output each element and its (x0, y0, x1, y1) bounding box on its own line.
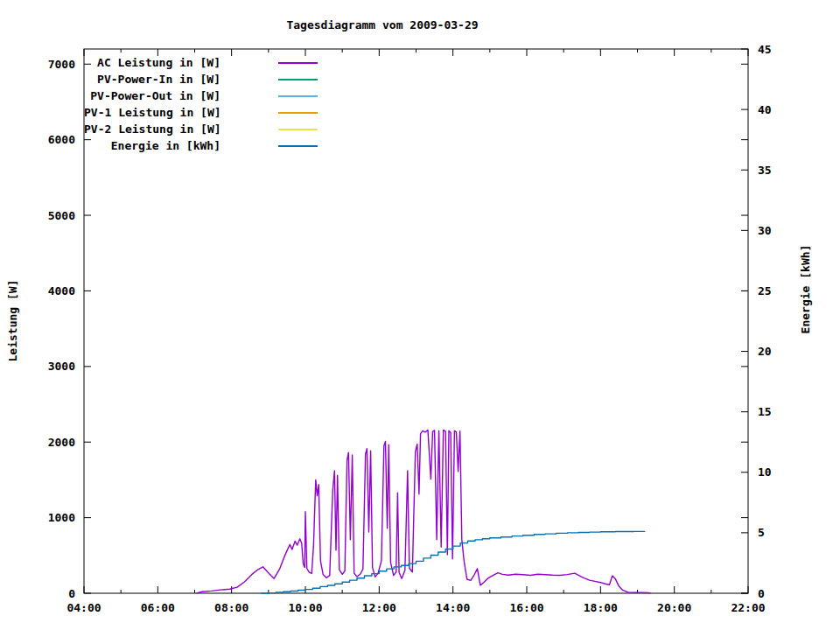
legend-item-pv-1-leistung-in-w: PV-1 Leistung in [W] (84, 104, 318, 121)
y2-tick-label: 35 (758, 164, 772, 177)
tagesdiagramm-chart: Tagesdiagramm vom 2009-03-29 Leistung [W… (0, 0, 840, 630)
legend-item-pv-power-out-in-w: PV-Power-Out in [W] (84, 88, 318, 104)
legend-label: AC Leistung in [W] (84, 54, 220, 71)
x-tick-label: 20:00 (657, 601, 691, 614)
y1-tick-label: 0 (68, 587, 75, 600)
x-tick-label: 18:00 (584, 601, 618, 614)
series-line-ac-leistung-in-w (197, 430, 651, 593)
y2-tick-label: 45 (758, 43, 772, 56)
y2-tick-label: 20 (758, 345, 772, 358)
x-tick-label: 16:00 (509, 601, 543, 614)
y1-tick-label: 4000 (48, 284, 75, 298)
legend-line-sample (278, 129, 318, 130)
x-tick-label: 06:00 (141, 601, 175, 614)
y1-tick-label: 6000 (48, 133, 75, 146)
y1-tick-label: 5000 (48, 209, 75, 222)
y1-tick-label: 3000 (48, 360, 75, 373)
y2-tick-label: 30 (758, 224, 772, 237)
x-tick-label: 12:00 (362, 601, 396, 614)
legend-item-pv-2-leistung-in-w: PV-2 Leistung in [W] (84, 121, 318, 137)
legend-label: Energie in [kWh] (84, 137, 220, 154)
y1-tick-label: 7000 (48, 58, 75, 71)
y2-tick-label: 10 (758, 466, 772, 479)
legend-label: PV-Power-In in [W] (84, 71, 220, 88)
legend-label: PV-Power-Out in [W] (84, 88, 220, 104)
x-tick-label: 14:00 (436, 601, 470, 614)
legend-line-sample (278, 95, 318, 97)
y2-tick-label: 15 (758, 405, 772, 418)
x-tick-label: 08:00 (214, 601, 248, 614)
x-tick-label: 10:00 (288, 601, 322, 614)
x-tick-label: 22:00 (731, 601, 765, 614)
y2-tick-label: 25 (758, 284, 772, 298)
legend-item-pv-power-in-in-w: PV-Power-In in [W] (84, 71, 318, 88)
legend-line-sample (278, 145, 318, 147)
chart-legend: AC Leistung in [W]PV-Power-In in [W]PV-P… (84, 54, 318, 154)
x-tick-label: 04:00 (66, 601, 101, 614)
y2-tick-label: 40 (758, 103, 772, 116)
legend-label: PV-2 Leistung in [W] (84, 121, 220, 137)
legend-item-energie-in-kwh: Energie in [kWh] (84, 137, 318, 154)
legend-line-sample (278, 112, 318, 114)
y1-tick-label: 1000 (48, 511, 75, 524)
y1-tick-label: 2000 (48, 436, 75, 449)
legend-line-sample (278, 79, 318, 80)
legend-line-sample (278, 62, 318, 64)
legend-label: PV-1 Leistung in [W] (84, 104, 220, 121)
legend-item-ac-leistung-in-w: AC Leistung in [W] (84, 54, 318, 71)
y2-tick-label: 0 (758, 587, 765, 600)
y2-tick-label: 5 (758, 526, 765, 539)
